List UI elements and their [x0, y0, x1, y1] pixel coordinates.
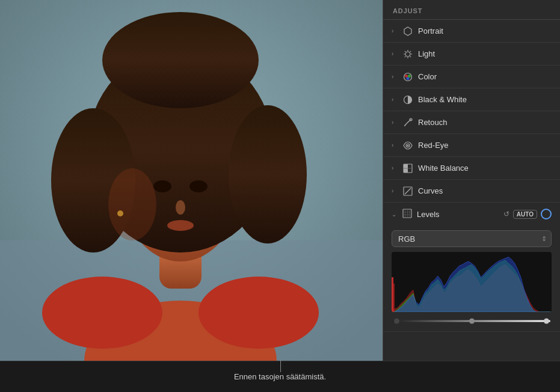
redeye-label: Red-Eye: [418, 141, 552, 150]
svg-rect-42: [407, 209, 408, 218]
adjust-item-curves[interactable]: › Curves: [383, 180, 560, 203]
adjust-item-light[interactable]: › Light: [383, 43, 560, 66]
chevron-icon: ›: [392, 142, 398, 149]
auto-badge[interactable]: AUTO: [513, 210, 537, 219]
svg-line-25: [405, 56, 405, 57]
midtones-handle[interactable]: [469, 319, 475, 324]
blackwhite-icon: [402, 94, 413, 105]
svg-point-11: [176, 200, 185, 215]
svg-point-8: [102, 12, 259, 108]
curves-icon: [402, 186, 413, 197]
histogram-sliders: [392, 314, 552, 325]
chevron-icon: ›: [392, 51, 398, 57]
svg-point-17: [405, 52, 410, 57]
caption-line: Ennen tasojen säätämistä.: [234, 372, 326, 381]
retouch-label: Retouch: [418, 118, 552, 127]
photo-scene: [0, 0, 383, 361]
whitebalance-icon: [402, 163, 413, 174]
svg-point-33: [407, 144, 409, 146]
chevron-icon: ›: [392, 28, 398, 34]
blackwhite-label: Black & White: [418, 95, 552, 104]
caption-area: Ennen tasojen säätämistä.: [0, 361, 560, 392]
svg-rect-46: [393, 284, 395, 312]
histogram-svg: [392, 252, 552, 312]
caption-text: Ennen tasojen säätämistä.: [234, 372, 326, 381]
photo-area: [0, 0, 383, 361]
levels-section: ⌄ Levels ↺ AUTO: [383, 203, 560, 332]
adjust-item-blackwhite[interactable]: › Black & White: [383, 88, 560, 111]
color-icon: [402, 72, 413, 82]
curves-label: Curves: [418, 186, 552, 195]
adjust-item-whitebalance[interactable]: › White Balance: [383, 157, 560, 180]
histogram-container: [392, 252, 552, 312]
levels-content: RGB Red Green Blue ⇕: [383, 225, 560, 331]
svg-point-15: [198, 277, 319, 349]
adjust-item-retouch[interactable]: › Retouch: [383, 111, 560, 134]
redeye-icon: [402, 140, 413, 151]
chevron-icon: ›: [392, 119, 398, 126]
adjust-header: ADJUST: [383, 0, 560, 20]
adjust-item-portrait[interactable]: › Portrait: [383, 20, 560, 43]
svg-rect-41: [405, 209, 405, 218]
rgb-select-wrapper: RGB Red Green Blue ⇕: [392, 230, 552, 247]
svg-rect-45: [392, 277, 393, 312]
levels-label: Levels: [417, 210, 440, 219]
chevron-icon: ›: [392, 73, 398, 80]
adjust-item-redeye[interactable]: › Red-Eye: [383, 134, 560, 157]
white-point-handle[interactable]: [544, 319, 549, 324]
light-icon: [402, 49, 413, 60]
chevron-expanded-icon: ⌄: [392, 211, 398, 218]
levels-header[interactable]: ⌄ Levels ↺ AUTO: [383, 203, 560, 225]
caption-connector-line: [280, 360, 281, 372]
svg-point-29: [407, 77, 410, 80]
svg-rect-43: [410, 209, 410, 218]
adjust-item-color[interactable]: › Color: [383, 66, 560, 88]
svg-line-22: [405, 51, 405, 51]
svg-point-16: [108, 168, 156, 240]
photo-svg: [0, 0, 383, 361]
reset-icon[interactable]: ↺: [503, 210, 509, 218]
whitebalance-label: White Balance: [418, 164, 552, 173]
chevron-icon: ›: [392, 188, 398, 194]
svg-point-10: [189, 180, 208, 192]
svg-line-24: [410, 51, 411, 51]
svg-point-12: [167, 220, 194, 231]
svg-point-9: [153, 180, 171, 192]
chevron-icon: ›: [392, 96, 398, 103]
color-label: Color: [418, 72, 552, 81]
retouch-icon: [402, 117, 413, 128]
svg-point-7: [229, 105, 307, 243]
black-point-handle[interactable]: [394, 319, 399, 324]
portrait-label: Portrait: [418, 26, 552, 35]
levels-icon: [402, 209, 412, 220]
light-label: Light: [418, 49, 552, 58]
svg-point-14: [42, 277, 162, 349]
portrait-icon: [402, 26, 413, 37]
svg-line-23: [410, 56, 411, 57]
rgb-select[interactable]: RGB Red Green Blue: [392, 230, 552, 247]
chevron-icon: ›: [392, 165, 398, 171]
right-panel: ADJUST › Portrait ›: [383, 0, 560, 361]
adjust-list: › Portrait ›: [383, 20, 560, 361]
levels-circle-button[interactable]: [541, 209, 552, 219]
levels-controls: ↺ AUTO: [503, 209, 552, 219]
